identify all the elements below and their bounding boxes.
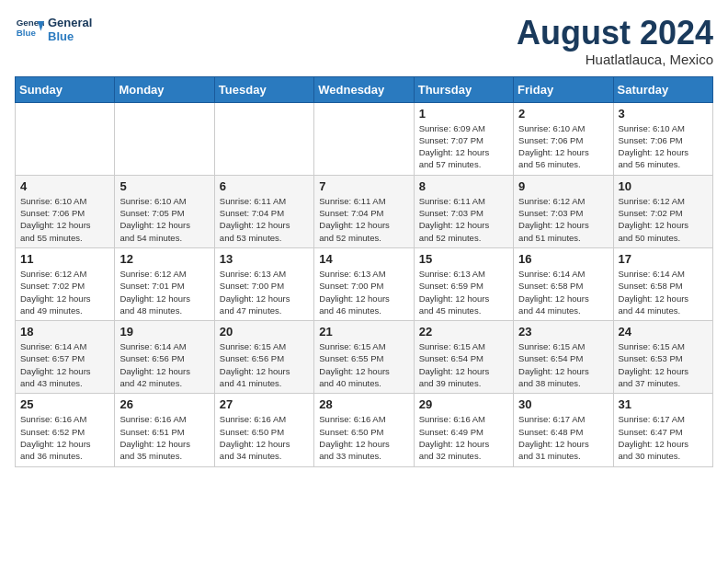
day-info: Sunrise: 6:17 AMSunset: 6:48 PMDaylight:… — [518, 413, 608, 462]
calendar-week-4: 25Sunrise: 6:16 AMSunset: 6:52 PMDayligh… — [16, 394, 713, 466]
calendar-cell: 14Sunrise: 6:13 AMSunset: 7:00 PMDayligh… — [314, 247, 414, 320]
calendar-cell: 19Sunrise: 6:14 AMSunset: 6:56 PMDayligh… — [115, 321, 214, 394]
day-info: Sunrise: 6:09 AMSunset: 7:07 PMDaylight:… — [419, 122, 508, 171]
day-info: Sunrise: 6:16 AMSunset: 6:50 PMDaylight:… — [220, 413, 309, 462]
calendar-cell: 17Sunrise: 6:14 AMSunset: 6:58 PMDayligh… — [613, 247, 712, 320]
day-number: 14 — [319, 252, 408, 266]
day-info: Sunrise: 6:15 AMSunset: 6:56 PMDaylight:… — [220, 340, 309, 389]
day-info: Sunrise: 6:13 AMSunset: 6:59 PMDaylight:… — [419, 268, 508, 316]
calendar-cell: 31Sunrise: 6:17 AMSunset: 6:47 PMDayligh… — [613, 394, 712, 466]
calendar-cell: 18Sunrise: 6:14 AMSunset: 6:57 PMDayligh… — [16, 321, 115, 394]
calendar-week-3: 18Sunrise: 6:14 AMSunset: 6:57 PMDayligh… — [16, 321, 713, 394]
day-number: 13 — [220, 252, 309, 266]
day-number: 19 — [119, 325, 209, 339]
title-block: August 2024 Huatlatlauca, Mexico — [517, 15, 713, 67]
calendar-cell: 24Sunrise: 6:15 AMSunset: 6:53 PMDayligh… — [613, 321, 712, 394]
calendar-cell: 22Sunrise: 6:15 AMSunset: 6:54 PMDayligh… — [414, 321, 513, 394]
day-info: Sunrise: 6:16 AMSunset: 6:50 PMDaylight:… — [319, 413, 408, 462]
day-number: 26 — [119, 397, 209, 411]
day-number: 8 — [419, 179, 508, 193]
day-info: Sunrise: 6:12 AMSunset: 7:02 PMDaylight:… — [20, 268, 109, 316]
calendar-cell: 2Sunrise: 6:10 AMSunset: 7:06 PMDaylight… — [514, 102, 613, 175]
calendar-cell — [16, 102, 115, 175]
day-info: Sunrise: 6:12 AMSunset: 7:02 PMDaylight:… — [619, 195, 708, 244]
calendar-cell — [115, 102, 214, 175]
day-info: Sunrise: 6:12 AMSunset: 7:01 PMDaylight:… — [119, 268, 209, 316]
day-info: Sunrise: 6:14 AMSunset: 6:58 PMDaylight:… — [619, 268, 708, 316]
calendar-cell: 6Sunrise: 6:11 AMSunset: 7:04 PMDaylight… — [214, 175, 313, 247]
day-number: 20 — [220, 325, 309, 339]
col-header-saturday: Saturday — [613, 76, 712, 102]
calendar-cell: 1Sunrise: 6:09 AMSunset: 7:07 PMDaylight… — [414, 102, 513, 175]
day-info: Sunrise: 6:17 AMSunset: 6:47 PMDaylight:… — [619, 413, 708, 462]
calendar-cell — [314, 102, 414, 175]
day-number: 31 — [619, 397, 708, 411]
calendar-cell: 8Sunrise: 6:11 AMSunset: 7:03 PMDaylight… — [414, 175, 513, 247]
day-info: Sunrise: 6:11 AMSunset: 7:04 PMDaylight:… — [319, 195, 408, 244]
calendar-table: SundayMondayTuesdayWednesdayThursdayFrid… — [15, 76, 713, 467]
day-number: 18 — [20, 325, 109, 339]
calendar-cell: 20Sunrise: 6:15 AMSunset: 6:56 PMDayligh… — [214, 321, 313, 394]
calendar-week-0: 1Sunrise: 6:09 AMSunset: 7:07 PMDaylight… — [16, 102, 713, 175]
calendar-cell: 29Sunrise: 6:16 AMSunset: 6:49 PMDayligh… — [414, 394, 513, 466]
day-number: 4 — [20, 179, 109, 193]
col-header-thursday: Thursday — [414, 76, 513, 102]
day-info: Sunrise: 6:14 AMSunset: 6:58 PMDaylight:… — [518, 268, 608, 316]
month-title: August 2024 — [517, 15, 713, 52]
day-number: 10 — [619, 179, 708, 193]
calendar-cell: 28Sunrise: 6:16 AMSunset: 6:50 PMDayligh… — [314, 394, 414, 466]
calendar-cell: 27Sunrise: 6:16 AMSunset: 6:50 PMDayligh… — [214, 394, 313, 466]
calendar-cell: 9Sunrise: 6:12 AMSunset: 7:03 PMDaylight… — [514, 175, 613, 247]
day-number: 3 — [619, 107, 708, 121]
day-info: Sunrise: 6:13 AMSunset: 7:00 PMDaylight:… — [220, 268, 309, 316]
day-number: 6 — [220, 179, 309, 193]
calendar-cell: 21Sunrise: 6:15 AMSunset: 6:55 PMDayligh… — [314, 321, 414, 394]
day-number: 5 — [119, 179, 209, 193]
day-number: 22 — [419, 325, 508, 339]
day-number: 24 — [619, 325, 708, 339]
day-info: Sunrise: 6:16 AMSunset: 6:52 PMDaylight:… — [20, 413, 109, 462]
location: Huatlatlauca, Mexico — [517, 52, 713, 67]
day-number: 7 — [319, 179, 408, 193]
day-info: Sunrise: 6:10 AMSunset: 7:06 PMDaylight:… — [518, 122, 608, 171]
calendar-cell: 4Sunrise: 6:10 AMSunset: 7:06 PMDaylight… — [16, 175, 115, 247]
page-header: General Blue General Blue August 2024 Hu… — [15, 15, 713, 67]
day-number: 28 — [319, 397, 408, 411]
calendar-cell: 7Sunrise: 6:11 AMSunset: 7:04 PMDaylight… — [314, 175, 414, 247]
day-info: Sunrise: 6:16 AMSunset: 6:49 PMDaylight:… — [419, 413, 508, 462]
day-info: Sunrise: 6:10 AMSunset: 7:06 PMDaylight:… — [20, 195, 109, 244]
day-info: Sunrise: 6:12 AMSunset: 7:03 PMDaylight:… — [518, 195, 608, 244]
col-header-wednesday: Wednesday — [314, 76, 414, 102]
day-number: 29 — [419, 397, 508, 411]
logo-blue-text: Blue — [48, 29, 92, 43]
calendar-cell: 23Sunrise: 6:15 AMSunset: 6:54 PMDayligh… — [514, 321, 613, 394]
logo-general-text: General — [48, 16, 92, 29]
calendar-week-1: 4Sunrise: 6:10 AMSunset: 7:06 PMDaylight… — [16, 175, 713, 247]
calendar-cell: 26Sunrise: 6:16 AMSunset: 6:51 PMDayligh… — [115, 394, 214, 466]
col-header-tuesday: Tuesday — [214, 76, 313, 102]
calendar-cell: 10Sunrise: 6:12 AMSunset: 7:02 PMDayligh… — [613, 175, 712, 247]
day-info: Sunrise: 6:10 AMSunset: 7:06 PMDaylight:… — [619, 122, 708, 171]
calendar-cell: 25Sunrise: 6:16 AMSunset: 6:52 PMDayligh… — [16, 394, 115, 466]
calendar-cell: 15Sunrise: 6:13 AMSunset: 6:59 PMDayligh… — [414, 247, 513, 320]
calendar-cell — [214, 102, 313, 175]
col-header-sunday: Sunday — [16, 76, 115, 102]
day-number: 2 — [518, 107, 608, 121]
calendar-cell: 12Sunrise: 6:12 AMSunset: 7:01 PMDayligh… — [115, 247, 214, 320]
day-number: 11 — [20, 252, 109, 266]
logo-icon: General Blue — [15, 15, 44, 44]
calendar-cell: 3Sunrise: 6:10 AMSunset: 7:06 PMDaylight… — [613, 102, 712, 175]
day-number: 15 — [419, 252, 508, 266]
day-number: 17 — [619, 252, 708, 266]
day-info: Sunrise: 6:14 AMSunset: 6:56 PMDaylight:… — [119, 340, 209, 389]
day-info: Sunrise: 6:11 AMSunset: 7:03 PMDaylight:… — [419, 195, 508, 244]
day-info: Sunrise: 6:15 AMSunset: 6:55 PMDaylight:… — [319, 340, 408, 389]
calendar-cell: 13Sunrise: 6:13 AMSunset: 7:00 PMDayligh… — [214, 247, 313, 320]
col-header-friday: Friday — [514, 76, 613, 102]
calendar-cell: 16Sunrise: 6:14 AMSunset: 6:58 PMDayligh… — [514, 247, 613, 320]
svg-text:Blue: Blue — [17, 28, 37, 38]
col-header-monday: Monday — [115, 76, 214, 102]
day-info: Sunrise: 6:16 AMSunset: 6:51 PMDaylight:… — [119, 413, 209, 462]
calendar-week-2: 11Sunrise: 6:12 AMSunset: 7:02 PMDayligh… — [16, 247, 713, 320]
day-number: 23 — [518, 325, 608, 339]
